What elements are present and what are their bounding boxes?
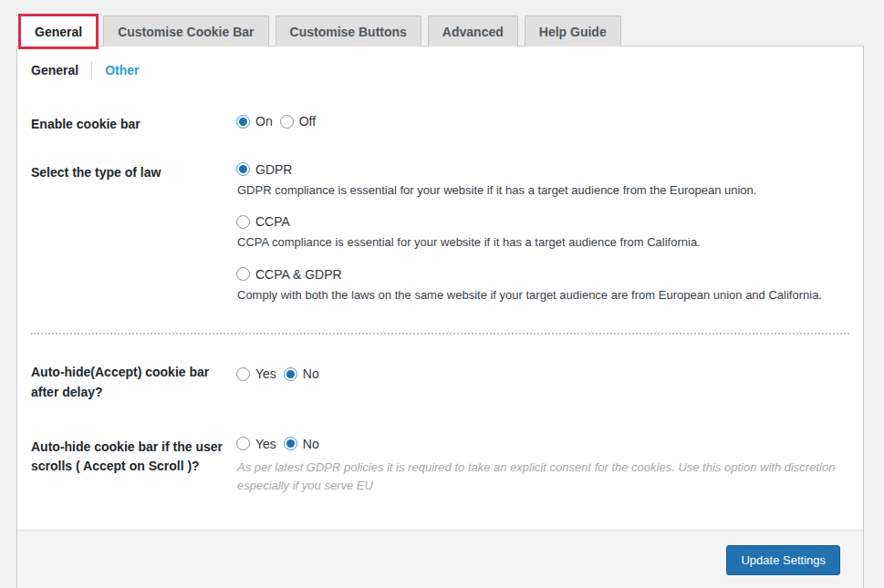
autohide-scroll-yes-label[interactable]: Yes bbox=[255, 437, 276, 451]
enable-on-radio[interactable] bbox=[236, 115, 250, 129]
autohide-scroll-label: Auto-hide cookie bar if the user scrolls… bbox=[31, 437, 227, 477]
gdpr-radio[interactable] bbox=[236, 162, 250, 176]
panel-footer: Update Settings bbox=[17, 530, 863, 588]
subtab-general[interactable]: General bbox=[31, 63, 78, 77]
ccpa-gdpr-label[interactable]: CCPA & GDPR bbox=[255, 267, 342, 282]
autohide-scroll-no-label[interactable]: No bbox=[303, 437, 319, 451]
gdpr-label[interactable]: GDPR bbox=[255, 162, 292, 177]
section-divider bbox=[31, 333, 849, 335]
autohide-scroll-options: Yes No As per latest GDPR policies it is… bbox=[236, 437, 849, 495]
enable-cookie-bar-label: Enable cookie bar bbox=[31, 114, 227, 135]
tab-bar: General Customise Cookie Bar Customise B… bbox=[16, 15, 864, 46]
select-law-options: GDPR GDPR compliance is essential for yo… bbox=[236, 162, 849, 304]
settings-content: Enable cookie bar On Off Select the type… bbox=[17, 79, 863, 530]
tab-customise-cookie-bar[interactable]: Customise Cookie Bar bbox=[103, 15, 268, 46]
autohide-scroll-no-radio[interactable] bbox=[284, 437, 297, 450]
update-settings-button[interactable]: Update Settings bbox=[726, 545, 840, 575]
settings-page: General Customise Cookie Bar Customise B… bbox=[0, 0, 884, 588]
subnav-divider bbox=[91, 61, 92, 79]
tab-help-guide[interactable]: Help Guide bbox=[525, 15, 621, 46]
row-autohide-scroll: Auto-hide cookie bar if the user scrolls… bbox=[31, 437, 849, 495]
sub-nav: General Other bbox=[17, 46, 863, 79]
row-autohide-delay: Auto-hide(Accept) cookie bar after delay… bbox=[31, 362, 849, 402]
autohide-delay-yes-radio[interactable] bbox=[236, 367, 250, 381]
law-option-ccpa-gdpr: CCPA & GDPR Comply with both the laws on… bbox=[236, 267, 849, 304]
select-law-label: Select the type of law bbox=[31, 162, 227, 183]
ccpa-description: CCPA compliance is essential for your we… bbox=[237, 233, 849, 252]
subtab-other[interactable]: Other bbox=[105, 63, 139, 77]
autohide-delay-options: Yes No bbox=[236, 362, 849, 381]
gdpr-description: GDPR compliance is essential for your we… bbox=[237, 181, 849, 200]
ccpa-gdpr-radio[interactable] bbox=[236, 267, 250, 281]
tab-advanced[interactable]: Advanced bbox=[428, 15, 518, 46]
ccpa-radio[interactable] bbox=[236, 215, 250, 229]
ccpa-label[interactable]: CCPA bbox=[255, 214, 290, 229]
autohide-delay-no-radio[interactable] bbox=[284, 367, 297, 381]
law-option-gdpr: GDPR GDPR compliance is essential for yo… bbox=[236, 162, 849, 200]
enable-on-label[interactable]: On bbox=[255, 114, 273, 129]
tab-customise-buttons[interactable]: Customise Buttons bbox=[276, 15, 421, 46]
autohide-delay-no-label[interactable]: No bbox=[303, 366, 319, 381]
enable-off-label[interactable]: Off bbox=[299, 114, 316, 129]
ccpa-gdpr-description: Comply with both the laws on the same we… bbox=[237, 286, 849, 304]
settings-panel: General Other Enable cookie bar On Off S… bbox=[16, 46, 864, 588]
row-enable-cookie-bar: Enable cookie bar On Off bbox=[31, 114, 849, 135]
law-option-ccpa: CCPA CCPA compliance is essential for yo… bbox=[236, 214, 849, 252]
autohide-scroll-note: As per latest GDPR policies it is requir… bbox=[237, 459, 839, 495]
autohide-delay-label: Auto-hide(Accept) cookie bar after delay… bbox=[31, 362, 227, 402]
autohide-scroll-yes-radio[interactable] bbox=[236, 437, 250, 450]
enable-off-radio[interactable] bbox=[280, 115, 294, 129]
autohide-delay-yes-label[interactable]: Yes bbox=[255, 366, 276, 381]
row-select-law: Select the type of law GDPR GDPR complia… bbox=[31, 162, 849, 304]
enable-cookie-bar-options: On Off bbox=[236, 114, 849, 129]
tab-general[interactable]: General bbox=[20, 15, 97, 46]
